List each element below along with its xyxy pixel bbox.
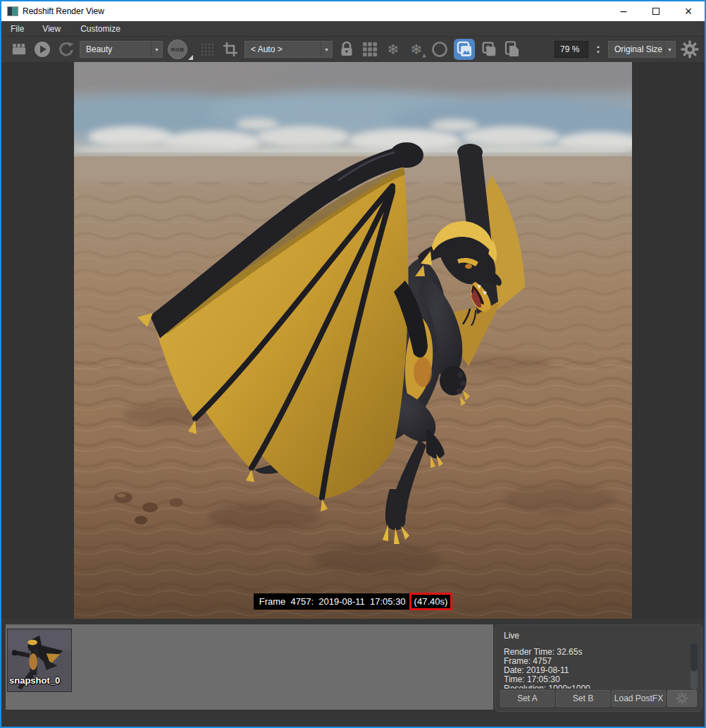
toolbar: Beauty ▼ RGB < Auto > ▼ ❄ ❄A	[1, 37, 705, 62]
snapshot-view-button-active[interactable]	[454, 39, 475, 60]
bottom-panel: snapshot_0 Live Render Time: 32.65s Fram…	[1, 619, 705, 727]
render-stats: Render Time: 32.65s Frame: 4757 Date: 20…	[504, 648, 683, 689]
zoom-spinner[interactable]: ▲▼	[593, 41, 603, 58]
play-icon[interactable]	[33, 40, 51, 58]
maximize-button[interactable]	[640, 1, 672, 21]
region-dropdown[interactable]: < Auto > ▼	[244, 41, 333, 58]
chevron-down-icon: ▼	[321, 42, 332, 57]
minimize-icon: –	[621, 8, 627, 15]
spinner-down-icon[interactable]: ▼	[596, 50, 600, 54]
window-title: Redshift Render View	[23, 6, 104, 16]
region-dropdown-value: < Auto >	[245, 44, 321, 54]
stat-resolution: Resolution: 1000x1000	[504, 684, 683, 689]
window-controls: – ×	[607, 1, 705, 21]
set-b-button[interactable]: Set B	[556, 690, 610, 707]
frame-info-overlay: Frame 4757: 2019-08-11 17:05:30 (47.40s)	[1, 593, 705, 610]
chevron-down-icon: ▼	[664, 42, 675, 57]
rgb-flyout-corner-icon[interactable]	[188, 55, 193, 60]
render-viewport[interactable]: Frame 4757: 2019-08-11 17:05:30 (47.40s)	[1, 62, 705, 619]
aov-dropdown-value: Beauty	[80, 44, 151, 54]
crop-region-icon[interactable]	[221, 40, 240, 58]
live-panel-title: Live	[504, 631, 519, 641]
close-icon: ×	[685, 4, 693, 19]
lock-icon[interactable]	[337, 40, 356, 58]
snapshot-add-icon[interactable]	[480, 40, 498, 58]
live-panel-buttons: Set A Set B Load PostFX	[500, 690, 697, 707]
zoom-percent-field[interactable]: 79 %	[555, 41, 588, 58]
title-bar: Redshift Render View – ×	[1, 1, 705, 21]
snapshot-copy-icon[interactable]	[503, 40, 521, 58]
menu-customize[interactable]: Customize	[80, 24, 130, 34]
snowflake-auto-icon[interactable]: ❄A	[407, 40, 426, 58]
aov-dropdown[interactable]: Beauty ▼	[80, 41, 163, 58]
film-icon[interactable]	[10, 40, 28, 58]
menu-file[interactable]: File	[11, 24, 34, 34]
rgb-channel-button[interactable]: RGB	[168, 39, 187, 59]
chevron-down-icon: ▼	[151, 42, 162, 57]
load-postfx-button[interactable]: Load PostFX	[612, 690, 666, 707]
snapshot-strip: snapshot_0	[6, 624, 493, 710]
redshift-render-view-window: Redshift Render View – × File View Custo…	[0, 0, 706, 728]
snapshot-label: snapshot_0	[9, 675, 60, 686]
app-icon	[7, 6, 18, 16]
size-dropdown[interactable]: Original Size ▼	[608, 41, 676, 58]
grid-icon[interactable]	[361, 40, 379, 58]
menu-bar: File View Customize	[1, 21, 705, 37]
menu-view[interactable]: View	[42, 24, 70, 34]
close-button[interactable]: ×	[672, 1, 705, 21]
render-image	[74, 62, 632, 619]
gear-icon[interactable]	[681, 40, 699, 58]
render-time-highlight: (47.40s)	[409, 593, 453, 610]
frame-info-text: Frame 4757: 2019-08-11 17:05:30	[254, 593, 409, 610]
snapshot-view-icon	[454, 39, 474, 59]
maximize-icon	[652, 8, 659, 15]
circle-region-icon[interactable]	[431, 40, 449, 58]
set-a-button[interactable]: Set A	[500, 690, 555, 707]
stats-scrollbar-thumb[interactable]	[690, 643, 698, 672]
dot-grid-icon[interactable]	[198, 40, 216, 58]
postfx-settings-button[interactable]	[667, 690, 697, 707]
refresh-icon[interactable]	[56, 40, 75, 58]
minimize-button[interactable]: –	[607, 1, 640, 21]
size-dropdown-value: Original Size	[609, 44, 664, 54]
stats-scrollbar[interactable]	[690, 643, 698, 690]
live-info-panel: Live Render Time: 32.65s Frame: 4757 Dat…	[495, 624, 702, 712]
snapshot-thumbnail[interactable]: snapshot_0	[7, 629, 72, 692]
gear-icon	[676, 692, 688, 705]
sky	[74, 62, 632, 161]
spinner-up-icon[interactable]: ▲	[596, 44, 600, 49]
snowflake-icon[interactable]: ❄	[384, 40, 402, 58]
